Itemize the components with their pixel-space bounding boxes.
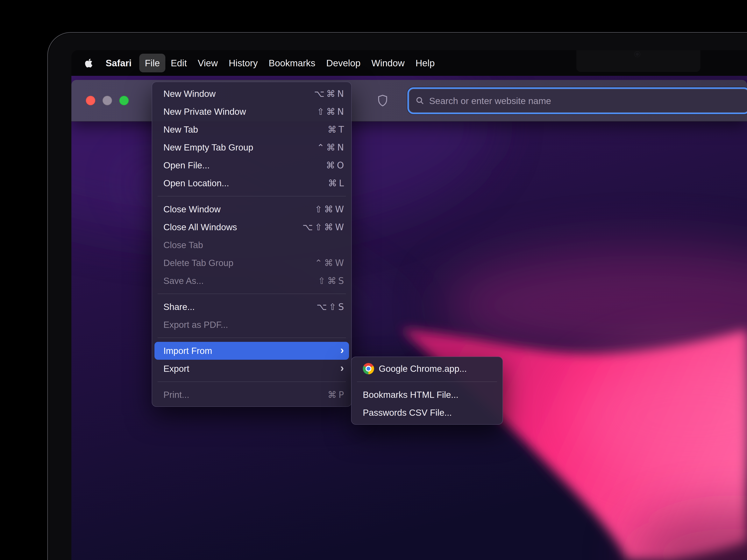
- menu-item-label: New Empty Tab Group: [163, 142, 312, 153]
- menu-item-passwords-csv-file[interactable]: Passwords CSV File...: [354, 404, 500, 422]
- import-from-submenu: Google Chrome.app...Bookmarks HTML File.…: [351, 356, 503, 425]
- search-icon: [415, 96, 424, 105]
- menu-item-label: Print...: [163, 390, 323, 400]
- menu-item-shortcut: ⇧⌘N: [317, 106, 346, 117]
- menu-separator: [158, 338, 346, 338]
- menu-item-label: New Window: [163, 88, 309, 99]
- menu-item-label: Import From: [163, 346, 336, 356]
- menubar-item-edit[interactable]: Edit: [165, 54, 192, 72]
- menubar-item-help[interactable]: Help: [410, 54, 440, 72]
- menubar-item-file[interactable]: File: [139, 54, 165, 72]
- menu-item-open-location[interactable]: Open Location...⌘L: [154, 174, 349, 192]
- menu-item-shortcut: ⌘T: [328, 124, 346, 135]
- menu-separator: [158, 196, 346, 196]
- menubar-item-develop[interactable]: Develop: [321, 54, 366, 72]
- menu-item-close-tab: Close Tab: [154, 236, 349, 254]
- menubar-app-name[interactable]: Safari: [106, 58, 131, 69]
- menu-item-close-window[interactable]: Close Window⇧⌘W: [154, 200, 349, 218]
- desktop-frame: Safari FileEditViewHistoryBookmarksDevel…: [0, 0, 747, 560]
- menu-item-new-empty-tab-group[interactable]: New Empty Tab Group⌃⌘N: [154, 138, 349, 156]
- menu-item-label: New Private Window: [163, 106, 312, 117]
- menubar-item-history[interactable]: History: [223, 54, 263, 72]
- menu-item-shortcut: ⌥⌘N: [314, 88, 346, 99]
- menu-item-print: Print...⌘P: [154, 386, 349, 404]
- menu-item-label: Open Location...: [163, 178, 323, 188]
- menu-item-shortcut: ⌘O: [326, 160, 346, 170]
- menu-item-shortcut: ⇧⌘W: [315, 204, 346, 214]
- menu-item-delete-tab-group: Delete Tab Group⌃⌘W: [154, 254, 349, 272]
- menu-item-shortcut: ⌃⌘N: [317, 142, 346, 153]
- menu-item-save-as: Save As...⇧⌘S: [154, 272, 349, 290]
- submenu-chevron-icon: ›: [340, 345, 344, 355]
- menu-item-label: Close Tab: [163, 240, 344, 250]
- menu-item-label: New Tab: [163, 124, 323, 135]
- menu-bar: Safari FileEditViewHistoryBookmarksDevel…: [71, 50, 747, 76]
- menu-item-shortcut: ⌘L: [328, 178, 346, 188]
- menu-separator: [158, 294, 346, 294]
- menu-item-label: Open File...: [163, 160, 321, 170]
- menu-item-new-private-window[interactable]: New Private Window⇧⌘N: [154, 103, 349, 121]
- menu-item-import-from[interactable]: Import From›: [154, 342, 349, 360]
- traffic-lights: [86, 96, 129, 105]
- menu-item-label: Google Chrome.app...: [379, 364, 495, 374]
- screen: Safari FileEditViewHistoryBookmarksDevel…: [71, 50, 747, 560]
- menu-item-share[interactable]: Share...⌥⇧S: [154, 298, 349, 316]
- address-bar-placeholder: Search or enter website name: [429, 96, 551, 106]
- menu-item-bookmarks-html-file[interactable]: Bookmarks HTML File...: [354, 386, 500, 404]
- camera-dot: [635, 52, 640, 57]
- apple-logo-icon[interactable]: [84, 58, 94, 68]
- menu-item-google-chrome-app[interactable]: Google Chrome.app...: [354, 360, 500, 378]
- menu-item-shortcut: ⇧⌘S: [318, 275, 346, 286]
- google-chrome-icon: [363, 363, 374, 374]
- menu-item-label: Delete Tab Group: [163, 258, 310, 268]
- menu-item-open-file[interactable]: Open File...⌘O: [154, 156, 349, 174]
- menu-item-shortcut: ⌥⇧⌘W: [303, 222, 346, 232]
- menubar-item-bookmarks[interactable]: Bookmarks: [263, 54, 321, 72]
- menu-item-shortcut: ⌥⇧S: [316, 301, 346, 312]
- menu-item-label: Bookmarks HTML File...: [363, 390, 495, 400]
- address-bar[interactable]: Search or enter website name: [407, 87, 747, 114]
- privacy-shield-icon[interactable]: [378, 95, 388, 107]
- file-menu: New Window⌥⌘NNew Private Window⇧⌘NNew Ta…: [152, 82, 352, 407]
- menu-separator: [158, 381, 346, 382]
- menu-item-new-window[interactable]: New Window⌥⌘N: [154, 85, 349, 103]
- menu-item-new-tab[interactable]: New Tab⌘T: [154, 121, 349, 138]
- menu-item-label: Passwords CSV File...: [363, 407, 495, 418]
- submenu-chevron-icon: ›: [340, 363, 344, 373]
- menu-item-close-all-windows[interactable]: Close All Windows⌥⇧⌘W: [154, 218, 349, 236]
- traffic-light-close[interactable]: [86, 96, 95, 105]
- menubar-item-view[interactable]: View: [192, 54, 223, 72]
- menu-item-export-as-pdf: Export as PDF...: [154, 316, 349, 334]
- traffic-light-minimize[interactable]: [103, 96, 112, 105]
- menu-item-label: Share...: [163, 301, 312, 312]
- menu-item-shortcut: ⌃⌘W: [315, 258, 346, 268]
- traffic-light-zoom[interactable]: [119, 96, 129, 105]
- camera-housing: [576, 50, 700, 72]
- menubar-item-window[interactable]: Window: [366, 54, 410, 72]
- menu-item-label: Close Window: [163, 204, 310, 214]
- menu-item-shortcut: ⌘P: [328, 390, 346, 400]
- menu-separator: [357, 381, 497, 382]
- menu-item-label: Export as PDF...: [163, 319, 344, 330]
- menu-item-label: Save As...: [163, 275, 313, 286]
- menubar-menus: FileEditViewHistoryBookmarksDevelopWindo…: [139, 50, 440, 76]
- menu-item-label: Export: [163, 364, 336, 374]
- menu-item-label: Close All Windows: [163, 222, 298, 232]
- menu-item-export[interactable]: Export›: [154, 360, 349, 378]
